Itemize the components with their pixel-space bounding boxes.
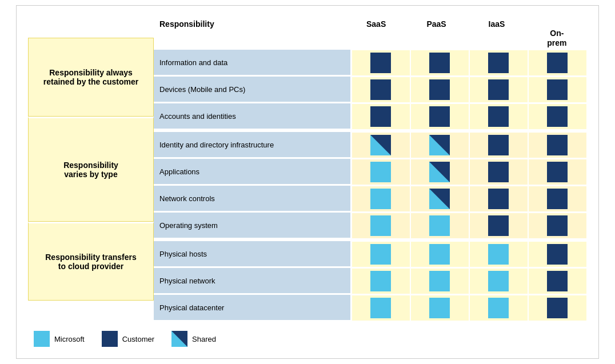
cell-5-paas — [410, 186, 469, 212]
block-microsoft — [370, 215, 391, 236]
cell-1-paas — [410, 77, 469, 103]
cell-6-paas — [410, 213, 469, 239]
block-customer — [488, 135, 509, 155]
block-shared — [429, 189, 450, 209]
block-customer — [547, 106, 568, 127]
cell-8-paas — [410, 268, 469, 294]
cell-1-onprem — [528, 77, 587, 103]
row-label-1: Devices (Mobile and PCs) — [154, 77, 352, 103]
row-label-4: Applications — [154, 159, 352, 185]
label-varies: Responsibility varies by type — [28, 117, 154, 222]
row-label-0: Information and data — [154, 50, 352, 76]
cell-0-iaas — [469, 50, 528, 76]
row-label-2: Accounts and identities — [154, 103, 352, 130]
data-rows: Information and dataDevices (Mobile and … — [154, 50, 587, 322]
block-microsoft — [488, 298, 509, 318]
block-microsoft — [370, 162, 391, 182]
block-microsoft — [429, 215, 450, 236]
legend-microsoft: Microsoft — [34, 331, 85, 347]
block-customer — [488, 106, 509, 127]
chart-container: Responsibility always retained by the cu… — [16, 5, 599, 359]
table-row: Information and data — [154, 50, 587, 77]
block-customer — [488, 215, 509, 236]
row-label-8: Physical network — [154, 268, 352, 294]
row-label-7: Physical hosts — [154, 241, 352, 267]
block-customer — [547, 298, 568, 318]
cell-4-paas — [410, 159, 469, 185]
table-row: Applications — [154, 159, 587, 186]
cell-9-onprem — [528, 295, 587, 321]
block-customer — [547, 189, 568, 209]
cell-5-saas — [352, 186, 410, 212]
block-microsoft — [429, 271, 450, 291]
cell-6-onprem — [528, 213, 587, 239]
cell-2-iaas — [469, 103, 528, 130]
block-customer — [488, 189, 509, 209]
cell-7-saas — [352, 241, 410, 267]
row-label-3: Identity and directory infrastructure — [154, 132, 352, 158]
cell-2-paas — [410, 103, 469, 130]
cell-3-iaas — [469, 132, 528, 158]
right-grid: Responsibility SaaS PaaS IaaS On- prem I… — [154, 17, 587, 322]
legend-box-customer — [102, 331, 118, 347]
col-header-paas: PaaS — [406, 17, 466, 50]
label-always: Responsibility always retained by the cu… — [28, 38, 154, 117]
table-row: Physical datacenter — [154, 295, 587, 322]
block-customer — [370, 53, 391, 73]
cell-7-iaas — [469, 241, 528, 267]
block-microsoft — [429, 298, 450, 318]
cell-7-onprem — [528, 241, 587, 267]
block-shared — [429, 162, 450, 182]
cell-8-saas — [352, 268, 410, 294]
table-row: Accounts and identities — [154, 103, 587, 130]
table-row: Operating system — [154, 213, 587, 239]
cell-3-paas — [410, 132, 469, 158]
row-label-5: Network controls — [154, 186, 352, 212]
cell-4-iaas — [469, 159, 528, 185]
table-row: Network controls — [154, 186, 587, 213]
legend-box-shared — [171, 331, 187, 347]
cell-6-saas — [352, 213, 410, 239]
block-customer — [547, 135, 568, 155]
block-customer — [547, 271, 568, 291]
block-customer — [547, 162, 568, 182]
block-customer — [547, 53, 568, 73]
cell-0-onprem — [528, 50, 587, 76]
cell-8-onprem — [528, 268, 587, 294]
header-row: Responsibility SaaS PaaS IaaS On- prem — [154, 17, 587, 50]
cell-6-iaas — [469, 213, 528, 239]
legend: Microsoft Customer Shared — [28, 331, 587, 347]
cell-5-onprem — [528, 186, 587, 212]
block-microsoft — [370, 271, 391, 291]
block-shared — [429, 135, 450, 155]
table-row: Devices (Mobile and PCs) — [154, 77, 587, 103]
cell-9-iaas — [469, 295, 528, 321]
cell-1-iaas — [469, 77, 528, 103]
cell-3-onprem — [528, 132, 587, 158]
cell-4-saas — [352, 159, 410, 185]
block-customer — [547, 244, 568, 265]
block-customer — [370, 79, 391, 100]
cell-2-saas — [352, 103, 410, 130]
col-header-saas: SaaS — [346, 17, 406, 50]
block-customer — [547, 215, 568, 236]
table-row: Physical hosts — [154, 239, 587, 268]
cell-3-saas — [352, 132, 410, 158]
block-microsoft — [370, 298, 391, 318]
legend-shared: Shared — [171, 331, 216, 347]
legend-customer: Customer — [102, 331, 154, 347]
cell-7-paas — [410, 241, 469, 267]
cell-9-paas — [410, 295, 469, 321]
cell-5-iaas — [469, 186, 528, 212]
label-transfers: Responsibility transfers to cloud provid… — [28, 222, 154, 301]
block-microsoft — [488, 244, 509, 265]
cell-0-saas — [352, 50, 410, 76]
col-header-iaas: IaaS — [466, 17, 526, 50]
block-customer — [488, 53, 509, 73]
block-customer — [429, 79, 450, 100]
cell-9-saas — [352, 295, 410, 321]
cell-0-paas — [410, 50, 469, 76]
block-microsoft — [370, 189, 391, 209]
block-shared — [370, 135, 391, 155]
cell-2-onprem — [528, 103, 587, 130]
